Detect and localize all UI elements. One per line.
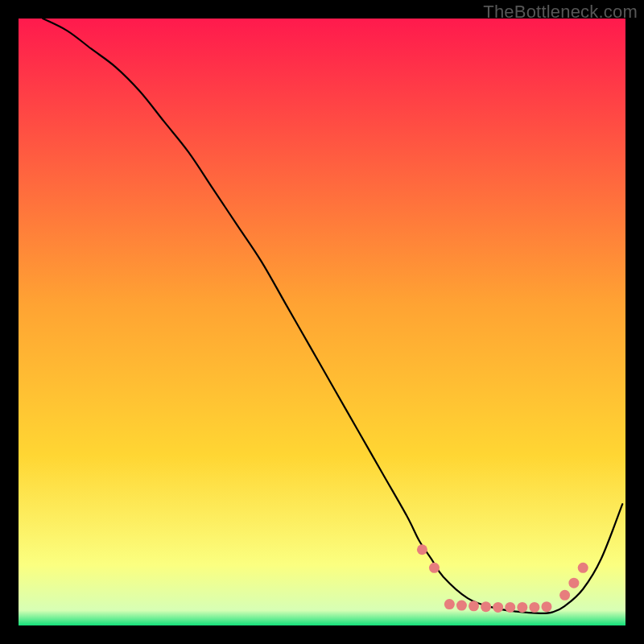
chart-marker-dot [505,602,515,613]
chart-marker-dot [444,599,455,609]
chart-marker-dot [456,601,467,611]
chart-marker-dot [481,601,491,612]
chart-marker-dot [429,563,440,573]
watermark-text: TheBottleneck.com [483,2,638,23]
chart-marker-dot [541,601,551,612]
chart-marker-dot [559,590,570,601]
chart-plot [19,19,625,625]
chart-marker-dot [517,602,527,613]
chart-frame [19,19,625,625]
chart-marker-dot [529,602,539,613]
chart-marker-dot [578,563,588,573]
chart-marker-dot [493,602,503,613]
chart-background [19,19,625,625]
chart-marker-dot [469,601,479,611]
chart-marker-dot [417,544,427,555]
chart-marker-dot [568,578,579,588]
